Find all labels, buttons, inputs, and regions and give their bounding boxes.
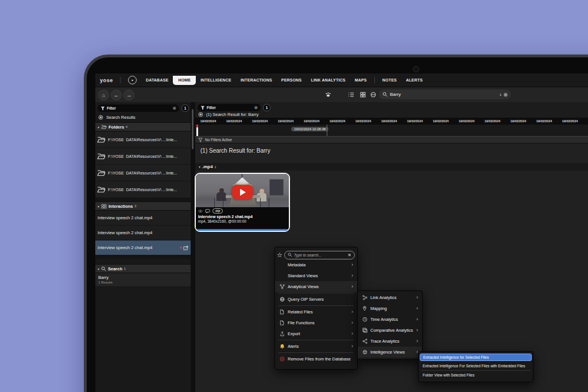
link-analytics-icon — [361, 295, 368, 300]
submenu-item-mapping[interactable]: Mapping› — [358, 303, 422, 314]
paw-icon[interactable] — [325, 92, 331, 98]
file-card[interactable]: oip Interview speech 2 chat.mp4 mp4, 384… — [195, 173, 290, 232]
tab-link-analytics[interactable]: LINK ANALYTICS — [306, 78, 350, 82]
bell-icon — [278, 344, 285, 349]
menu-item-query-oip-servers[interactable]: Query OiP Servers — [275, 294, 357, 305]
interaction-item-selected[interactable]: Interview speech 2 chat.mp4 × — [95, 240, 191, 255]
chevron-down-icon: ▾ — [98, 267, 99, 271]
star-icon[interactable]: ☆ — [277, 252, 283, 258]
home-icon[interactable]: ⌂ — [98, 90, 109, 100]
tab-alerts[interactable]: ALERTS — [401, 78, 427, 82]
comparative-analytics-icon — [361, 328, 368, 333]
menu-item-analytical-views[interactable]: Analytical Views› — [275, 281, 357, 292]
menu-separator — [278, 352, 354, 353]
analytical-views-icon — [278, 284, 285, 289]
tab-maps[interactable]: MAPS — [350, 78, 372, 82]
submenu-item-comparative-analytics[interactable]: Comparative Analytics› — [358, 325, 422, 336]
submenu-chevron-icon: › — [351, 309, 353, 315]
grid-view-icon[interactable] — [360, 92, 366, 98]
chevron-down-icon: ▾ — [199, 165, 200, 169]
submenu-item-trace-analytics[interactable]: Trace Analytics› — [358, 336, 422, 347]
timeline[interactable]: 19/02/2024 10:28:48 — [195, 125, 588, 137]
menu-item-related-files[interactable]: Related Files› — [275, 306, 357, 317]
results-area: (1) Search Result for: Barry ▾ .mp41 — [195, 143, 588, 392]
folder-row[interactable]: F:\YOSE_DATA\Resources\V\ ...\Inte... — [95, 148, 191, 165]
play-icon[interactable] — [232, 185, 253, 199]
file-name: Interview speech 2 chat.mp4 — [198, 215, 287, 219]
interaction-item[interactable]: Interview speech 2 chat.mp4 — [95, 226, 191, 240]
menu-item-remove-files[interactable]: Remove Files from the Database — [275, 354, 357, 364]
main-filter-placeholder: Filter — [207, 106, 254, 110]
file-group-header[interactable]: ▾ .mp41 — [195, 163, 588, 170]
submenu-chevron-icon: › — [416, 328, 418, 333]
trace-analytics-icon — [361, 339, 368, 344]
chevron-down-icon[interactable]: ▾ — [128, 76, 137, 84]
funnel-icon — [200, 106, 205, 110]
submenu-chevron-icon: › — [351, 331, 353, 336]
submenu-item-extracted-intelligence-embedded[interactable]: Extracted Intelligence For Selected File… — [420, 362, 532, 370]
submenu-item-link-analytics[interactable]: Link Analytics› — [358, 292, 422, 303]
clear-filter-icon[interactable]: ⊗ — [172, 106, 176, 111]
menu-item-file-functions[interactable]: File Functions› — [275, 317, 357, 328]
submenu-chevron-icon: › — [351, 320, 353, 325]
folders-section-header[interactable]: ▾ Folders4 — [95, 122, 191, 131]
menu-item-metadata[interactable]: Metadata› — [275, 259, 357, 270]
sidebar-filter-input[interactable]: Filter ⊗ — [98, 104, 179, 112]
submenu-item-time-analytics[interactable]: Time Analytics› — [358, 314, 422, 325]
results-label: (1) Search Result for: Barry — [206, 112, 258, 117]
video-thumbnail[interactable] — [196, 174, 289, 207]
clear-filter-icon[interactable]: ⊗ — [254, 105, 258, 110]
analytics-submenu: Link Analytics› Mapping› Time Analytics› — [357, 290, 423, 360]
timeline-cursor[interactable] — [327, 125, 327, 136]
sidebar-search-results-row[interactable]: Search Results — [95, 113, 191, 122]
submenu-item-extracted-intelligence[interactable]: Extracted Intelligence for Selected File… — [420, 354, 532, 361]
divider — [120, 77, 121, 83]
global-search-input[interactable]: Barry 1 ⊗ — [379, 90, 511, 99]
search-section-header[interactable]: ▾ Search1 — [95, 264, 191, 273]
forward-arrow-icon[interactable]: → — [123, 90, 134, 100]
interaction-item[interactable]: Interview speech 2 chat.mp4 — [95, 211, 191, 226]
menu-item-alerts[interactable]: Alerts› — [275, 341, 357, 352]
folder-row[interactable]: F:\YOSE_DATA\Resources\V\ ...\Inte... — [95, 181, 191, 198]
open-item-icon[interactable] — [183, 246, 188, 250]
chat-icon[interactable] — [205, 209, 210, 214]
magnifier-icon — [288, 253, 292, 257]
timeline-start-marker[interactable] — [196, 125, 198, 136]
filter-circle-icon[interactable] — [370, 92, 376, 98]
tab-intelligence[interactable]: INTELLIGENCE — [196, 78, 236, 82]
folder-open-icon — [97, 186, 106, 193]
progress-bar — [196, 229, 289, 231]
mapping-icon — [361, 306, 368, 311]
filter-status-bar[interactable]: No Filters Active — [195, 137, 588, 143]
window — [269, 179, 284, 196]
menu-search-input[interactable]: Type to search... ✕ — [284, 251, 355, 259]
folders-title: Folders — [109, 125, 124, 130]
remove-item-icon[interactable]: × — [179, 245, 182, 250]
menu-item-standard-views[interactable]: Standard Views› — [275, 270, 357, 281]
menu-search-placeholder: Type to search... — [294, 253, 346, 257]
search-count: 1 — [124, 267, 126, 270]
interactions-section-header[interactable]: ▾ Interactions3 — [95, 201, 191, 211]
close-icon[interactable]: ✕ — [347, 253, 351, 258]
main-filter-input[interactable]: Filter ⊗ — [198, 104, 261, 111]
submenu-item-folder-view[interactable]: Folder View with Selected Files — [420, 371, 532, 379]
list-view-icon[interactable] — [348, 92, 354, 98]
back-arrow-icon[interactable]: ← — [111, 90, 122, 100]
tab-database[interactable]: DATABASE — [141, 78, 173, 82]
tab-persons[interactable]: PERSONS — [277, 78, 307, 82]
clear-search-icon[interactable]: ⊗ — [503, 92, 508, 98]
saved-search-item[interactable]: Barry 1 Results — [95, 273, 191, 287]
timeline-date-header[interactable]: 19/02/202419/02/202419/02/202419/02/2024… — [195, 118, 588, 125]
file-icon — [278, 320, 285, 325]
sidebar-scrollbar[interactable] — [192, 109, 194, 149]
tab-home[interactable]: HOME — [173, 76, 196, 85]
app-logo: yose — [100, 77, 113, 83]
submenu-item-intelligence-views[interactable]: Intelligence Views› — [358, 347, 422, 358]
submenu-chevron-icon: › — [416, 317, 418, 322]
tab-interactions[interactable]: INTERACTIONS — [236, 78, 277, 82]
eye-icon[interactable] — [198, 209, 203, 213]
folder-row[interactable]: F:\YOSE_DATA\Resources\V\ ...\Inte... — [95, 131, 191, 148]
tab-notes[interactable]: NOTES — [378, 78, 401, 82]
folder-row[interactable]: F:\YOSE_DATA\Resources\V\ ...\Inte... — [95, 165, 191, 181]
menu-item-export[interactable]: Export› — [275, 328, 357, 339]
